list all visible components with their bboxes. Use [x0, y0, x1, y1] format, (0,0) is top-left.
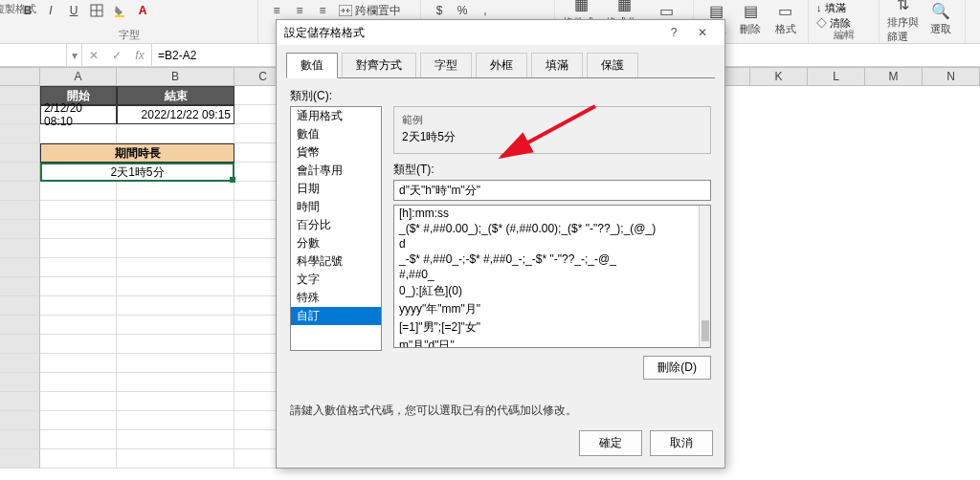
col-header-b[interactable]: B — [117, 68, 234, 85]
delete-button[interactable]: ▤刪除 — [736, 0, 765, 38]
tab-font[interactable]: 字型 — [420, 53, 472, 77]
cell[interactable] — [117, 124, 234, 143]
row-header[interactable] — [0, 86, 40, 105]
help-button[interactable]: ? — [659, 26, 688, 39]
fx-button[interactable]: fx — [128, 44, 151, 66]
confirm-formula-button[interactable]: ✓ — [105, 44, 128, 66]
list-item[interactable]: 文字 — [291, 271, 381, 289]
row-header[interactable] — [0, 182, 40, 201]
row-header[interactable] — [0, 296, 40, 316]
category-list[interactable]: 通用格式 數值 貨幣 會計專用 日期 時間 百分比 分數 科學記號 文字 特殊 … — [290, 106, 382, 351]
row-header[interactable] — [0, 105, 40, 124]
name-box-dropdown[interactable]: ▾ — [67, 44, 82, 66]
tab-protection[interactable]: 保護 — [587, 53, 638, 77]
row-header[interactable] — [0, 354, 40, 373]
list-item[interactable]: 分數 — [291, 234, 381, 252]
col-header-a[interactable]: A — [40, 68, 117, 85]
cancel-formula-button[interactable]: ✕ — [82, 44, 105, 66]
category-label: 類別(C): — [290, 88, 711, 104]
cell-b1[interactable]: 結束 — [117, 86, 234, 105]
list-item[interactable]: m"月"d"日" — [394, 337, 710, 348]
row-header[interactable] — [0, 124, 40, 143]
row-header[interactable] — [0, 143, 40, 163]
font-group-label: 字型 — [0, 28, 257, 42]
row-header[interactable] — [0, 201, 40, 220]
sample-label: 範例 — [402, 113, 702, 127]
row-header[interactable] — [0, 449, 40, 469]
list-item[interactable]: _-$* #,##0_-;-$* #,##0_-;_-$* "-"??_-;_-… — [394, 251, 710, 267]
col-header-n[interactable]: N — [923, 68, 980, 85]
ok-button[interactable]: 確定 — [579, 430, 642, 456]
cell-b2[interactable]: 2022/12/22 09:15 — [117, 105, 234, 124]
select-button[interactable]: 🔍選取 — [925, 0, 958, 38]
row-header[interactable] — [0, 373, 40, 392]
list-item[interactable]: 科學記號 — [291, 252, 381, 271]
list-item[interactable]: 數值 — [291, 125, 381, 143]
edit-group-label: 編輯 — [809, 28, 879, 42]
svg-rect-3 — [115, 15, 124, 17]
format-type-input[interactable] — [393, 180, 711, 201]
fill-color-button[interactable] — [109, 0, 130, 21]
hint-text: 請鍵入數值格式代碼，您可以選取已有的代碼加以修改。 — [290, 380, 711, 419]
sort-filter-button[interactable]: ⇅排序與篩選 — [887, 0, 920, 38]
row-header[interactable] — [0, 392, 40, 411]
percent-button[interactable]: % — [452, 0, 473, 21]
col-header-l[interactable]: L — [808, 68, 865, 85]
format-button[interactable]: ▭格式 — [771, 0, 800, 38]
select-all-corner[interactable] — [0, 68, 40, 85]
fill-down-button[interactable]: ↓ 填滿 — [816, 1, 846, 15]
align-left-button[interactable]: ≡ — [266, 0, 287, 21]
list-item[interactable]: _($* #,##0.00_);_($* (#,##0.00);_($* "-"… — [394, 221, 710, 236]
list-item[interactable]: d — [394, 236, 710, 251]
list-item[interactable]: 特殊 — [291, 289, 381, 307]
align-center-button[interactable]: ≡ — [289, 0, 310, 21]
cell-a2[interactable]: 2/12/20 08:10 — [40, 105, 117, 124]
tab-fill[interactable]: 填滿 — [531, 53, 583, 77]
currency-button[interactable]: $ — [429, 0, 450, 21]
scrollbar[interactable] — [699, 206, 710, 347]
italic-button[interactable]: I — [40, 0, 61, 21]
list-item[interactable]: yyyy"年"mm"月" — [394, 300, 710, 318]
list-item[interactable]: [h]:mm:ss — [394, 206, 710, 221]
close-button[interactable]: ✕ — [688, 26, 717, 39]
row-header[interactable] — [0, 239, 40, 258]
delete-format-button[interactable]: 刪除(D) — [643, 356, 711, 380]
row-header[interactable] — [0, 163, 40, 182]
comma-button[interactable]: , — [475, 0, 496, 21]
list-item[interactable]: 貨幣 — [291, 143, 381, 162]
font-color-button[interactable]: A — [132, 0, 153, 21]
format-code-list[interactable]: [h]:mm:ss _($* #,##0.00_);_($* (#,##0.00… — [393, 205, 711, 348]
row-header[interactable] — [0, 316, 40, 335]
row-header[interactable] — [0, 277, 40, 296]
cell-merged-period-value[interactable]: 2天1時5分 — [40, 163, 234, 182]
list-item[interactable]: 通用格式 — [291, 107, 381, 125]
row-header[interactable] — [0, 411, 40, 430]
row-header[interactable] — [0, 430, 40, 449]
type-label: 類型(T): — [393, 162, 711, 178]
list-item[interactable]: 會計專用 — [291, 162, 381, 180]
row-header[interactable] — [0, 220, 40, 239]
tab-alignment[interactable]: 對齊方式 — [342, 53, 416, 77]
list-item[interactable]: 日期 — [291, 180, 381, 198]
row-header[interactable] — [0, 258, 40, 277]
border-button[interactable] — [86, 0, 107, 21]
list-item-custom[interactable]: 自訂 — [291, 307, 381, 325]
col-header-m[interactable]: M — [865, 68, 923, 85]
list-item[interactable]: 0_);[紅色](0) — [394, 282, 710, 300]
tab-number[interactable]: 數值 — [286, 53, 338, 78]
cancel-button[interactable]: 取消 — [650, 430, 713, 456]
align-right-button[interactable]: ≡ — [312, 0, 333, 21]
cell[interactable] — [40, 124, 117, 143]
tab-border[interactable]: 外框 — [476, 53, 527, 77]
merge-cells-button[interactable]: 跨欄置中 — [335, 0, 405, 21]
list-item[interactable]: 百分比 — [291, 216, 381, 234]
col-header-k[interactable]: K — [750, 68, 808, 85]
row-header[interactable] — [0, 335, 40, 354]
list-item[interactable]: #,##0_ — [394, 267, 710, 282]
format-cells-dialog: 設定儲存格格式 ? ✕ 數值 對齊方式 字型 外框 填滿 保護 類別(C): 通… — [276, 19, 725, 469]
list-item[interactable]: 時間 — [291, 198, 381, 216]
list-item[interactable]: [=1]"男";[=2]"女" — [394, 318, 710, 337]
name-box[interactable] — [0, 44, 67, 66]
cell-merged-period-label[interactable]: 期間時長 — [40, 143, 234, 163]
underline-button[interactable]: U — [63, 0, 84, 21]
